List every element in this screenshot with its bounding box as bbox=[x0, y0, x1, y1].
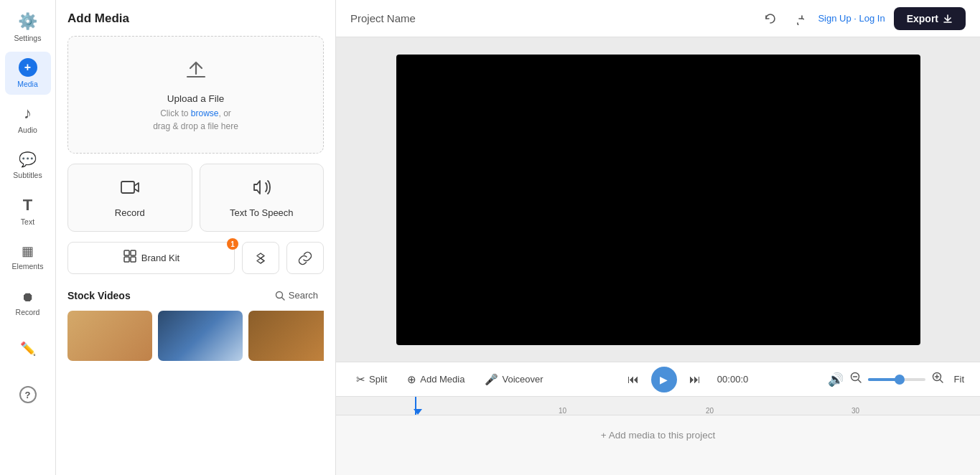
top-bar-right: Sign Up · Log In Export bbox=[759, 7, 966, 30]
elements-icon: ▦ bbox=[22, 243, 34, 259]
stock-video-thumbnails bbox=[67, 311, 324, 361]
sidebar-item-label-subtitles: Subtitles bbox=[13, 171, 42, 179]
link-button[interactable] bbox=[286, 242, 324, 274]
timeline-area: 10 20 30 40 50 60 + Add media to this pr… bbox=[336, 396, 980, 475]
tts-card-label: Text To Speech bbox=[230, 207, 294, 218]
sidebar-item-settings[interactable]: ⚙️ Settings bbox=[5, 6, 51, 49]
sidebar-item-label-elements: Elements bbox=[12, 262, 44, 271]
sidebar-item-label-record: Record bbox=[16, 308, 40, 316]
time-display: 00:00:0 bbox=[717, 374, 748, 385]
svg-rect-4 bbox=[131, 257, 136, 262]
search-button[interactable]: Search bbox=[269, 287, 324, 304]
split-label: Split bbox=[369, 374, 387, 385]
split-icon: ✂ bbox=[356, 373, 365, 386]
project-name: Project Name bbox=[350, 12, 750, 24]
voiceover-button[interactable]: 🎤 Voiceover bbox=[476, 369, 551, 390]
sidebar-item-record[interactable]: ⏺ Record bbox=[5, 281, 51, 324]
svg-rect-1 bbox=[124, 250, 129, 255]
zoom-out-button[interactable] bbox=[849, 371, 862, 387]
sidebar: ⚙️ Settings + Media ♪ Audio 💬 Subtitles … bbox=[0, 0, 56, 475]
tts-card[interactable]: Text To Speech bbox=[200, 164, 325, 232]
stock-video-thumb-1[interactable] bbox=[67, 311, 152, 361]
sidebar-item-text[interactable]: T Text bbox=[5, 189, 51, 232]
sidebar-item-label-text: Text bbox=[21, 217, 34, 226]
add-media-row-label: + Add media to this project bbox=[601, 430, 715, 441]
svg-line-6 bbox=[281, 297, 284, 300]
sidebar-item-media[interactable]: + Media bbox=[5, 52, 51, 95]
audio-icon: ♪ bbox=[24, 104, 32, 123]
sign-up-link[interactable]: Sign Up bbox=[818, 13, 851, 24]
voiceover-label: Voiceover bbox=[502, 374, 543, 385]
add-media-button[interactable]: ⊕ Add Media bbox=[398, 369, 473, 390]
undo-redo-group bbox=[759, 7, 809, 30]
media-options-grid: Record Text To Speech bbox=[67, 164, 324, 232]
browse-link[interactable]: browse bbox=[191, 108, 219, 118]
video-preview bbox=[396, 55, 920, 345]
stock-video-thumb-3[interactable] bbox=[248, 311, 324, 361]
brand-badge: 1 bbox=[227, 238, 238, 250]
upload-subtitle: Click to browse, ordrag & drop a file he… bbox=[153, 107, 238, 133]
auth-links: Sign Up · Log In bbox=[818, 13, 885, 24]
timeline-playhead-line bbox=[415, 397, 416, 415]
log-in-link[interactable]: Log In bbox=[859, 13, 885, 24]
sidebar-item-elements[interactable]: ▦ Elements bbox=[5, 235, 51, 278]
export-button[interactable]: Export bbox=[894, 7, 966, 30]
upload-area[interactable]: Upload a File Click to browse, ordrag & … bbox=[67, 36, 324, 154]
top-bar: Project Name Sign Up · bbox=[336, 0, 980, 37]
fit-button[interactable]: Fit bbox=[950, 371, 969, 387]
playback-controls: ⏮ ▶ ⏭ bbox=[622, 367, 706, 392]
rewind-button[interactable]: ⏮ bbox=[622, 369, 644, 390]
undo-button[interactable] bbox=[759, 7, 782, 30]
panel-title: Add Media bbox=[67, 11, 324, 26]
voiceover-icon: 🎤 bbox=[485, 373, 498, 386]
ruler-marker-30: 30 bbox=[851, 407, 859, 415]
pen-icon: ✏️ bbox=[20, 341, 36, 357]
split-button[interactable]: ✂ Split bbox=[347, 369, 396, 390]
svg-line-13 bbox=[940, 380, 943, 383]
svg-line-9 bbox=[858, 380, 861, 383]
ruler-marker-20: 20 bbox=[706, 407, 714, 415]
stock-video-thumb-2[interactable] bbox=[158, 311, 243, 361]
svg-rect-2 bbox=[131, 250, 136, 255]
sidebar-item-draw[interactable]: ✏️ bbox=[5, 327, 51, 370]
sidebar-item-audio[interactable]: ♪ Audio bbox=[5, 98, 51, 141]
dropbox-button[interactable] bbox=[242, 242, 279, 274]
stock-videos-header: Stock Videos Search bbox=[67, 287, 324, 304]
sidebar-item-label-settings: Settings bbox=[14, 34, 42, 42]
sidebar-item-help[interactable]: ? bbox=[5, 373, 51, 416]
fast-forward-button[interactable]: ⏭ bbox=[684, 369, 706, 390]
subtitles-icon: 💬 bbox=[19, 151, 37, 168]
upload-title: Upload a File bbox=[167, 93, 225, 104]
svg-rect-0 bbox=[121, 182, 134, 193]
search-icon bbox=[275, 291, 285, 301]
add-media-panel: Add Media Upload a File Click to browse,… bbox=[56, 0, 336, 475]
right-controls: 🔊 Fit bbox=[828, 371, 969, 387]
brand-row: 1 Brand Kit bbox=[67, 242, 324, 274]
upload-icon bbox=[183, 57, 209, 88]
play-button[interactable]: ▶ bbox=[651, 367, 677, 392]
brand-kit-label: Brand Kit bbox=[141, 253, 179, 263]
zoom-slider-thumb bbox=[895, 375, 905, 385]
add-media-row[interactable]: + Add media to this project bbox=[336, 415, 980, 455]
brand-icon bbox=[123, 249, 137, 267]
volume-icon[interactable]: 🔊 bbox=[828, 372, 844, 387]
video-area bbox=[336, 37, 980, 362]
add-media-label: Add Media bbox=[420, 374, 465, 385]
zoom-in-button[interactable] bbox=[931, 371, 944, 387]
sidebar-item-subtitles[interactable]: 💬 Subtitles bbox=[5, 144, 51, 187]
sidebar-item-label-audio: Audio bbox=[18, 126, 37, 134]
timeline-ruler: 10 20 30 40 50 60 bbox=[336, 397, 980, 415]
svg-rect-3 bbox=[124, 257, 129, 262]
record-card[interactable]: Record bbox=[67, 164, 192, 232]
redo-button[interactable] bbox=[786, 7, 809, 30]
gear-icon: ⚙️ bbox=[18, 12, 37, 31]
export-icon bbox=[943, 14, 953, 24]
stock-videos-title: Stock Videos bbox=[67, 290, 131, 301]
tts-icon bbox=[251, 177, 271, 202]
brand-kit-button[interactable]: 1 Brand Kit bbox=[67, 242, 235, 274]
record-camera-icon bbox=[120, 177, 140, 202]
ruler-marker-10: 10 bbox=[559, 407, 566, 415]
export-label: Export bbox=[907, 13, 938, 24]
record-card-label: Record bbox=[115, 207, 145, 218]
zoom-slider[interactable] bbox=[868, 378, 925, 381]
